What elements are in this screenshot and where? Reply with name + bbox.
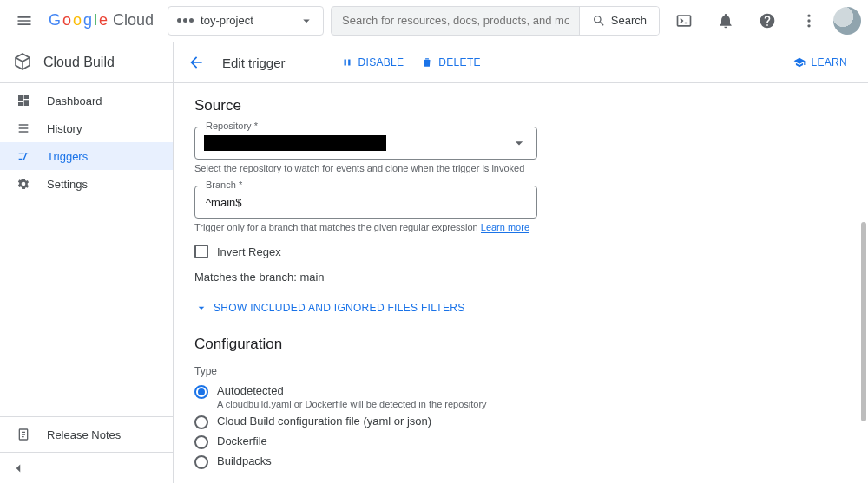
chevron-down-icon	[194, 301, 208, 315]
triggers-icon	[16, 149, 31, 163]
svg-point-3	[807, 24, 810, 27]
more-vert-icon[interactable]	[792, 3, 826, 38]
collapse-sidebar[interactable]	[0, 452, 173, 483]
svg-point-2	[807, 19, 810, 22]
project-picker[interactable]: toy-project	[168, 6, 324, 36]
radio-icon[interactable]	[194, 435, 208, 449]
history-icon	[16, 121, 31, 135]
branch-input[interactable]	[204, 195, 528, 210]
page-title: Edit trigger	[222, 55, 286, 70]
dashboard-icon	[16, 94, 31, 108]
sidebar-item-label: Triggers	[47, 150, 88, 163]
type-radio-autodetected[interactable]: Autodetected A cloudbuild.yaml or Docker…	[194, 384, 847, 409]
cloud-shell-icon[interactable]	[667, 3, 701, 38]
sidebar-item-dashboard[interactable]: Dashboard	[0, 87, 173, 114]
main-content: Source Repository * Select the repositor…	[174, 83, 868, 483]
branch-help: Trigger only for a branch that matches t…	[194, 222, 847, 232]
cloud-build-icon	[12, 52, 33, 73]
branch-input-wrapper[interactable]: Branch *	[194, 186, 537, 219]
invert-regex-label: Invert Regex	[217, 245, 281, 258]
learn-icon	[793, 56, 806, 69]
learn-more-link[interactable]: Learn more	[481, 222, 529, 233]
repository-label: Repository *	[202, 121, 261, 131]
disable-button[interactable]: DISABLE	[341, 56, 404, 69]
repository-select[interactable]: Repository *	[194, 127, 537, 160]
pause-icon	[341, 56, 353, 69]
sidebar-item-settings[interactable]: Settings	[0, 170, 173, 198]
release-notes-label: Release Notes	[47, 428, 121, 441]
scrollbar[interactable]	[861, 83, 868, 483]
search-input[interactable]	[332, 7, 579, 35]
learn-button[interactable]: LEARN	[793, 56, 847, 69]
repository-help: Select the repository to watch for event…	[194, 163, 847, 173]
caret-down-icon	[299, 13, 314, 29]
repository-value-redacted	[204, 135, 386, 151]
chevron-left-icon	[10, 460, 26, 476]
project-icon	[177, 18, 194, 23]
google-cloud-logo[interactable]: Google Cloud	[49, 11, 154, 29]
checkbox-icon[interactable]	[194, 245, 208, 258]
sidebar: Dashboard History Triggers Settings	[0, 83, 174, 483]
invert-regex-checkbox[interactable]: Invert Regex	[194, 245, 847, 258]
release-notes[interactable]: Release Notes	[0, 417, 173, 452]
svg-rect-0	[678, 16, 691, 26]
sidebar-item-history[interactable]: History	[0, 114, 173, 142]
radio-icon[interactable]	[194, 415, 208, 429]
back-button[interactable]	[187, 54, 205, 71]
sidebar-item-label: History	[47, 122, 82, 135]
type-radio-cloudbuild-file[interactable]: Cloud Build configuration file (yaml or …	[194, 414, 847, 429]
help-icon[interactable]	[750, 3, 785, 38]
gear-icon	[16, 177, 31, 191]
notifications-icon[interactable]	[708, 3, 743, 38]
sidebar-item-triggers[interactable]: Triggers	[0, 142, 173, 170]
search-icon	[592, 14, 606, 28]
type-label: Type	[194, 365, 847, 377]
configuration-heading: Configuration	[194, 336, 847, 353]
trash-icon	[421, 56, 433, 69]
caret-down-icon	[510, 134, 528, 152]
search-box[interactable]: Search	[331, 6, 660, 36]
svg-point-1	[807, 14, 810, 16]
notes-icon	[16, 428, 31, 441]
product-heading: Cloud Build	[0, 42, 174, 82]
hamburger-menu[interactable]	[7, 3, 42, 38]
account-avatar[interactable]	[833, 7, 861, 35]
type-radio-dockerfile[interactable]: Dockerfile	[194, 434, 847, 449]
sidebar-item-label: Dashboard	[47, 95, 102, 108]
radio-icon[interactable]	[194, 385, 208, 399]
sidebar-item-label: Settings	[47, 178, 88, 191]
search-button[interactable]: Search	[579, 7, 659, 35]
branch-matches: Matches the branch: main	[194, 271, 847, 284]
radio-icon[interactable]	[194, 455, 208, 469]
branch-label: Branch *	[202, 179, 246, 190]
scrollbar-thumb[interactable]	[861, 222, 866, 421]
show-files-filters[interactable]: SHOW INCLUDED AND IGNORED FILES FILTERS	[194, 301, 847, 315]
delete-button[interactable]: DELETE	[421, 56, 480, 69]
type-radio-buildpacks[interactable]: Buildpacks	[194, 454, 847, 469]
source-heading: Source	[194, 97, 847, 114]
project-name: toy-project	[201, 14, 292, 27]
product-name: Cloud Build	[43, 55, 115, 70]
